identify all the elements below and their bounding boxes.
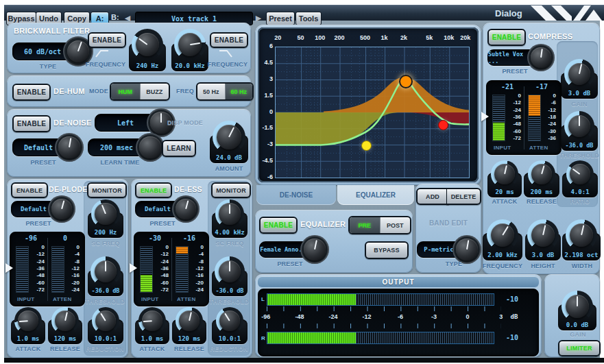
- band-handle-high-shelf[interactable]: [438, 120, 448, 130]
- compress-threshold-knob[interactable]: -36.0 dB: [561, 111, 598, 151]
- compress-gain-knob[interactable]: 3.0 dB: [561, 59, 598, 99]
- lowpass-enable-button[interactable]: ENABLE: [210, 32, 248, 48]
- learn-time-combo[interactable]: 200 msec: [88, 138, 152, 156]
- deplode-reduction-knob[interactable]: 10.0:1: [88, 307, 123, 344]
- scale-tick: -60: [160, 280, 169, 286]
- deess-threshold-knob[interactable]: -36.0 dB: [212, 256, 247, 296]
- deess-reduction-knob[interactable]: 10.0:1: [212, 307, 247, 344]
- deplode-scfreq-knob[interactable]: 200 Hz: [88, 199, 123, 238]
- freq-60hz-option[interactable]: 60 Hz: [225, 84, 253, 99]
- deess-preset-knob[interactable]: [172, 195, 200, 223]
- filter-type-combo[interactable]: 60 dB/oct: [12, 43, 80, 60]
- scale-tick: 0: [201, 245, 204, 250]
- deess-enable-button[interactable]: ENABLE: [135, 182, 172, 198]
- deplode-monitor-button[interactable]: MONITOR: [87, 182, 127, 198]
- output-gain-knob[interactable]: 0.0 dB: [558, 291, 596, 330]
- deplode-preset-combo[interactable]: Default: [11, 201, 63, 217]
- compress-ratio-knob[interactable]: 4.0:1: [562, 160, 598, 197]
- mode-hum-option[interactable]: HUM: [111, 84, 140, 99]
- denoise-preset-combo[interactable]: Default: [12, 138, 71, 156]
- compress-gain-label: GAIN: [562, 101, 596, 108]
- disp-mode-combo[interactable]: Left: [95, 114, 163, 132]
- tab-de-noise[interactable]: DE-NOISE: [256, 185, 336, 205]
- learn-button[interactable]: LEARN: [162, 140, 196, 157]
- deess-reduction-value: 10.0:1: [214, 334, 245, 343]
- compress-release-knob[interactable]: 200 ms: [524, 160, 559, 197]
- deess-attack-knob[interactable]: 1.0 ms: [135, 307, 169, 344]
- x-tick: 5k: [426, 34, 433, 41]
- pre-option[interactable]: PRE: [350, 217, 380, 233]
- scale-tick: 6: [269, 43, 273, 49]
- mode-buzz-option[interactable]: BUZZ: [140, 84, 169, 99]
- post-option[interactable]: POST: [380, 217, 411, 233]
- highpass-frequency-knob[interactable]: 240 Hz: [129, 29, 166, 71]
- tools-menu-button[interactable]: Tools: [295, 12, 322, 25]
- preset-menu-button[interactable]: Preset: [266, 12, 295, 25]
- band-frequency-knob[interactable]: 2.00 kHz: [483, 219, 522, 260]
- band-type-knob[interactable]: [452, 235, 481, 264]
- tab-equalizer[interactable]: EQUALIZER: [337, 185, 414, 205]
- deplode-attack-knob[interactable]: 1.0 ms: [11, 307, 45, 344]
- eq-preset-label: PRESET: [266, 260, 314, 267]
- band-add-button[interactable]: ADD: [416, 188, 449, 205]
- band-delete-button[interactable]: DELETE: [446, 188, 481, 205]
- denoise-enable-button[interactable]: ENABLE: [12, 115, 51, 132]
- band-type-combo[interactable]: P-metric: [417, 241, 468, 258]
- equalizer-enable-button[interactable]: ENABLE: [259, 217, 298, 234]
- compress-attack-value: 20 ms: [490, 187, 520, 196]
- denoise-preset-knob[interactable]: [55, 133, 84, 162]
- denoise-amount-knob[interactable]: 24.0 dB: [210, 121, 248, 163]
- deplode-reduction-label: REDUCTION: [82, 345, 128, 352]
- output-right-peak: -10: [500, 334, 524, 341]
- lowpass-frequency-knob[interactable]: 20.0 kHz: [171, 29, 208, 71]
- deess-release-label: RELEASE: [170, 345, 208, 352]
- compress-input-label: INPUT: [494, 145, 511, 151]
- dehum-freq-label: FREQ: [173, 88, 197, 95]
- scale-tick: -4.5: [262, 158, 273, 164]
- output-header: OUTPUT: [258, 276, 539, 287]
- deplode-release-knob[interactable]: 120 ms: [48, 307, 82, 344]
- compress-gain-value: 3.0 dB: [563, 88, 596, 97]
- x-tick: 1k: [381, 34, 388, 41]
- deess-scfreq-knob[interactable]: 4.00 kHz: [212, 199, 247, 238]
- dehum-enable-button[interactable]: ENABLE: [12, 84, 51, 101]
- deess-release-knob[interactable]: 120 ms: [172, 307, 206, 344]
- deplode-preset-knob[interactable]: [48, 195, 75, 223]
- deplode-title: DE-PLODE: [49, 185, 88, 193]
- scale-tick: 0: [77, 245, 80, 250]
- eq-preset-knob[interactable]: [300, 235, 329, 264]
- band-width-knob[interactable]: 2.198 oct: [562, 219, 601, 260]
- compress-attack-knob[interactable]: 20 ms: [487, 160, 522, 197]
- compress-preset-combo[interactable]: Subtle Vox ...: [487, 49, 542, 66]
- ab-b-label[interactable]: B:: [111, 13, 119, 21]
- next-preset-button[interactable]: ▶: [253, 12, 264, 24]
- deplode-atten-scale: 0-4-8-12-16-20-24: [66, 245, 80, 293]
- deess-threshold-pointer[interactable]: [130, 263, 137, 273]
- x-tick: 2k: [400, 34, 407, 41]
- eq-preset-combo[interactable]: Female Anno...: [259, 241, 317, 258]
- deplode-threshold-knob[interactable]: -36.0 dB: [88, 256, 123, 296]
- limiter-button[interactable]: LIMITER: [558, 340, 601, 356]
- eq-bypass-button[interactable]: BYPASS: [365, 241, 409, 259]
- band-handle-low-shelf[interactable]: [361, 141, 372, 151]
- deplode-threshold-label: THRESHOLD: [82, 298, 128, 305]
- deplode-atten-label: ATTEN: [53, 296, 72, 302]
- band-height-knob[interactable]: 3.0 dB: [525, 219, 561, 260]
- learn-time-knob[interactable]: [136, 133, 165, 162]
- scale-tick: -48: [160, 273, 169, 278]
- band-handle-peak-selected[interactable]: [399, 75, 413, 88]
- freq-50hz-option[interactable]: 50 Hz: [197, 84, 225, 99]
- compress-enable-button[interactable]: ENABLE: [487, 29, 526, 46]
- deplode-release-label: RELEASE: [46, 345, 84, 352]
- deplode-threshold-pointer[interactable]: [5, 263, 13, 273]
- deplode-threshold-value: -36.0 dB: [90, 286, 121, 295]
- compress-preset-knob[interactable]: [527, 44, 555, 71]
- deplode-reduction-value: 10.0:1: [90, 334, 121, 343]
- highpass-enable-button[interactable]: ENABLE: [88, 32, 126, 48]
- denoise-amount-value: 24.0 dB: [212, 153, 246, 162]
- compress-threshold-pointer[interactable]: [481, 112, 489, 121]
- deess-preset-combo[interactable]: Default: [135, 201, 187, 217]
- deplode-enable-button[interactable]: ENABLE: [11, 182, 48, 198]
- compress-release-label: RELEASE: [522, 198, 561, 205]
- deess-monitor-button[interactable]: MONITOR: [211, 182, 251, 198]
